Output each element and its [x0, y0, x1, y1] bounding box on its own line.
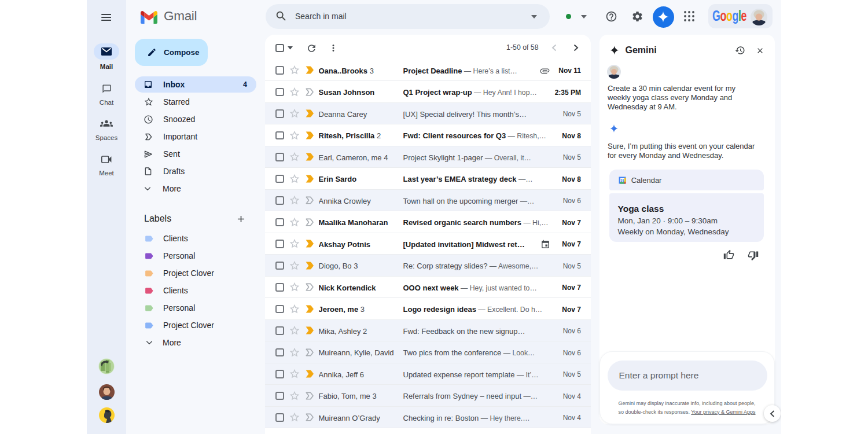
svg-text:31: 31	[620, 179, 624, 182]
